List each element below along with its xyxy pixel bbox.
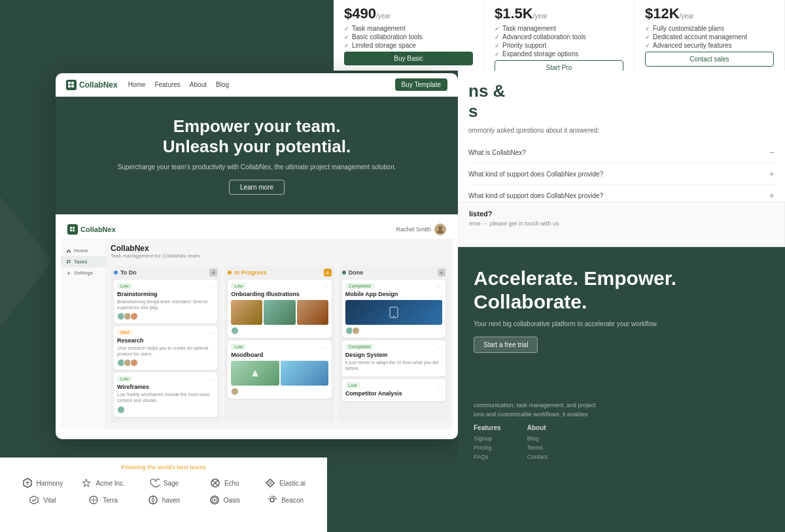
- card-moodboard[interactable]: Low ··· Moodboard: [228, 341, 331, 399]
- oasis-label: Oasis: [224, 497, 241, 504]
- footer-col-about-title: About: [527, 424, 548, 431]
- brainstorm-avatars: [117, 312, 214, 320]
- sidebar-item-home[interactable]: Home: [61, 245, 106, 256]
- faq-toggle-3[interactable]: +: [769, 190, 775, 201]
- card-mobile-app[interactable]: Completed ··· Mobile App Design: [342, 280, 445, 338]
- pro-feature-2: Advanced collaboration tools: [495, 33, 623, 41]
- haven-label: haven: [162, 497, 180, 504]
- acme-label: Acme Inc.: [96, 480, 124, 487]
- competitor-menu[interactable]: ···: [437, 382, 442, 390]
- kanban-board-title: CollabNex: [111, 244, 449, 253]
- accelerate-subtitle: Your next big collaborative platform to …: [474, 320, 769, 327]
- sidebar-item-settings[interactable]: Settings: [61, 267, 106, 278]
- footer-link-faqs[interactable]: FAQs: [474, 454, 501, 460]
- buy-template-button[interactable]: Buy Template: [395, 78, 447, 91]
- nav-blog[interactable]: Blog: [216, 81, 229, 88]
- nav-about[interactable]: About: [190, 81, 207, 88]
- logo-harmony: Harmony: [13, 477, 71, 489]
- mobile-label: Completed: [345, 283, 374, 289]
- card-wireframes[interactable]: Low ··· Wireframes Low fidelity wirefram…: [114, 373, 217, 416]
- learn-more-button[interactable]: Learn more: [229, 180, 285, 195]
- not-listed-section: listed? eme → please get in touch with u…: [458, 201, 785, 247]
- svg-point-9: [437, 230, 444, 233]
- hero-subtitle: Supercharge your team's productivity wit…: [69, 162, 445, 172]
- nav-home[interactable]: Home: [128, 81, 146, 88]
- pricing-section: $490/year Task management Basic collabor…: [334, 0, 785, 71]
- footer-desc: communication, task management, and proj…: [474, 401, 604, 419]
- progress-header: In Progress 4: [228, 269, 331, 276]
- card-design-system[interactable]: Completed ··· Design System It just need…: [342, 341, 445, 376]
- svg-rect-6: [70, 229, 72, 231]
- powering-text: Powering the world's best teams: [13, 464, 314, 471]
- sidebar-item-tasks[interactable]: Tasks: [61, 256, 106, 267]
- oasis-icon: [209, 494, 220, 506]
- kanban-board-subtitle: Task management for CollabNex team.: [111, 253, 449, 259]
- kanban-logo-icon: [67, 224, 78, 235]
- moodboard-label: Low: [231, 344, 246, 350]
- faq-section: ns & s ommonly asked questions about it …: [458, 71, 785, 201]
- research-avatars: [117, 359, 214, 367]
- card-logo: CollabNex: [66, 80, 118, 90]
- brainstorm-title: Brainstorming: [117, 291, 214, 297]
- sidebar-home-label: Home: [74, 248, 88, 254]
- footer-link-terms[interactable]: Terms: [527, 444, 548, 451]
- footer-link-blog[interactable]: Blog: [527, 435, 548, 442]
- footer-link-pricing[interactable]: Pricing: [474, 444, 501, 451]
- faq-q2: What kind of support does CollabNex prov…: [468, 171, 603, 178]
- svg-point-32: [270, 498, 274, 502]
- svg-rect-0: [68, 82, 71, 84]
- onboarding-title: Onboarding Illustrations: [231, 291, 328, 297]
- logo-echo: Echo: [195, 477, 253, 489]
- footer-link-signup[interactable]: Signup: [474, 435, 501, 442]
- svg-rect-3: [71, 85, 74, 88]
- faq-heading: ns & s: [468, 81, 775, 122]
- footer-col-features: Features Signup Pricing FAQs: [474, 424, 501, 463]
- echo-icon: [209, 477, 221, 489]
- faq-toggle-1[interactable]: −: [769, 147, 775, 158]
- design-menu[interactable]: ···: [437, 344, 442, 351]
- kanban-username: Rachel Smith: [396, 226, 431, 233]
- haven-icon: [147, 494, 159, 506]
- faq-item-1[interactable]: What is CollabNex? −: [468, 142, 775, 163]
- faq-toggle-2[interactable]: +: [769, 169, 775, 179]
- moodboard-menu[interactable]: ···: [323, 344, 328, 351]
- sidebar-settings-label: Settings: [74, 270, 93, 276]
- vital-label: Vital: [43, 497, 56, 504]
- card-onboarding[interactable]: Low ··· Onboarding Illustrations: [228, 280, 331, 338]
- onboarding-menu[interactable]: ···: [323, 283, 328, 290]
- pro-price: $1.5K: [495, 5, 533, 22]
- terra-label: Terra: [103, 497, 118, 504]
- faq-item-2[interactable]: What kind of support does CollabNex prov…: [468, 163, 775, 185]
- wireframes-desc: Low fidelity wireframes include the most…: [117, 391, 214, 403]
- moodboard-avatars: [231, 388, 328, 395]
- mobile-menu[interactable]: ···: [437, 283, 442, 290]
- card-brainstorming[interactable]: Low ··· Brainstorming Brainstorming brin…: [114, 280, 217, 324]
- pro-period: /year: [533, 12, 548, 20]
- buy-basic-button[interactable]: Buy Basic: [344, 52, 473, 65]
- todo-add-button[interactable]: +: [209, 269, 217, 276]
- svg-rect-14: [69, 262, 71, 263]
- hero-title: Empower your team. Unleash your potentia…: [69, 116, 445, 157]
- column-done: Done + Completed ··· Mobile App Design: [339, 265, 449, 423]
- start-trial-button[interactable]: Start a free trial: [474, 337, 538, 353]
- svg-rect-1: [71, 82, 74, 84]
- wireframes-menu[interactable]: ···: [209, 376, 214, 383]
- svg-point-17: [393, 316, 394, 317]
- contact-sales-button[interactable]: Contact sales: [645, 52, 774, 67]
- wireframes-title: Wireframes: [117, 384, 214, 390]
- basic-period: /year: [376, 12, 391, 20]
- card-research[interactable]: Med ··· Research User research helps you…: [114, 326, 217, 370]
- svg-rect-11: [69, 260, 71, 261]
- nav-features[interactable]: Features: [154, 81, 180, 88]
- card-competitor[interactable]: Low ··· Competitor Analysis: [342, 379, 445, 401]
- kanban-main-area: CollabNex Task management for CollabNex …: [107, 240, 453, 429]
- done-add-button[interactable]: +: [438, 269, 445, 276]
- logo-elastic: Elastic.ai: [256, 477, 314, 489]
- pricing-basic: $490/year Task management Basic collabor…: [334, 0, 484, 71]
- basic-feature-3: Limited storage space: [344, 42, 473, 49]
- brainstorm-menu[interactable]: ···: [209, 283, 214, 290]
- hero-section: Empower your team. Unleash your potentia…: [56, 97, 458, 214]
- powering-section: Powering the world's best teams Harmony …: [0, 457, 327, 532]
- research-menu[interactable]: ···: [209, 329, 214, 337]
- footer-link-contact[interactable]: Contact: [527, 454, 548, 460]
